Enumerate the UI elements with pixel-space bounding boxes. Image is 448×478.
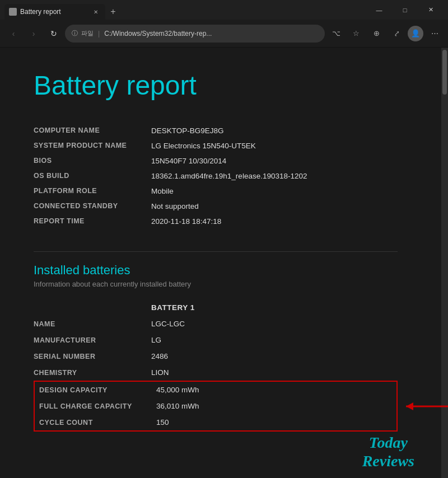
row-label: CONNECTED STANDBY: [34, 199, 151, 214]
battery-column-header-row: BATTERY 1: [34, 299, 398, 316]
titlebar: Battery report ✕ + — □ ✕: [0, 0, 448, 20]
new-tab-button[interactable]: +: [105, 4, 121, 20]
url-text: C:/Windows/System32/battery-rep...: [104, 30, 212, 38]
forward-button[interactable]: ›: [25, 25, 43, 43]
settings-button[interactable]: ⋯: [426, 25, 444, 43]
page-content: Battery report COMPUTER NAMEDESKTOP-BG9E…: [0, 48, 448, 478]
table-row: PLATFORM ROLEMobile: [34, 184, 398, 199]
row-value: Not supported: [151, 199, 398, 214]
table-row: CONNECTED STANDBYNot supported: [34, 199, 398, 214]
divider: [34, 251, 398, 252]
table-row: REPORT TIME2020-11-18 18:47:18: [34, 214, 398, 229]
installed-batteries-subtitle: Information about each currently install…: [34, 280, 398, 288]
row-value: 2020-11-18 18:47:18: [151, 214, 398, 229]
row-label: CYCLE COUNT: [34, 414, 152, 431]
close-button[interactable]: ✕: [418, 0, 444, 20]
table-row: BIOS15N540F7 10/30/2014: [34, 153, 398, 168]
row-label: SYSTEM PRODUCT NAME: [34, 138, 151, 153]
row-label: FULL CHARGE CAPACITY: [34, 398, 152, 414]
watermark-line2: Reviews: [362, 452, 414, 470]
row-label: NAME: [34, 316, 151, 332]
scrollbar-thumb[interactable]: [442, 50, 447, 95]
share-button[interactable]: ⤤: [388, 25, 405, 43]
table-row: SERIAL NUMBER2486: [34, 348, 398, 364]
highlighted-section-container: DESIGN CAPACITY45,000 mWhFULL CHARGE CAP…: [34, 381, 398, 432]
row-value: DESKTOP-BG9EJ8G: [151, 123, 398, 138]
tab-label: Battery report: [20, 8, 61, 16]
row-label: OS BUILD: [34, 168, 151, 184]
svg-marker-1: [406, 402, 413, 410]
protocol-label: 파일: [81, 29, 94, 38]
protocol-icon: ⓘ: [72, 29, 78, 38]
table-row: CHEMISTRYLION: [34, 364, 398, 381]
collections-button[interactable]: ⊕: [367, 25, 385, 43]
row-value: 45,000 mWh: [152, 381, 397, 398]
table-row: SYSTEM PRODUCT NAMELG Electronics 15N540…: [34, 138, 398, 153]
refresh-button[interactable]: ↻: [45, 25, 63, 43]
minimize-button[interactable]: —: [366, 0, 392, 20]
watermark: Today Reviews: [362, 433, 414, 471]
row-label: COMPUTER NAME: [34, 123, 151, 138]
maximize-button[interactable]: □: [392, 0, 418, 20]
battery-table: BATTERY 1 NAMELGC-LGCMANUFACTURERLGSERIA…: [34, 299, 398, 381]
table-row: NAMELGC-LGC: [34, 316, 398, 332]
table-row: FULL CHARGE CAPACITY36,010 mWh: [34, 398, 397, 414]
row-label: REPORT TIME: [34, 214, 151, 229]
tab-favicon-icon: [9, 8, 17, 16]
address-bar[interactable]: ⓘ 파일 | C:/Windows/System32/battery-rep..…: [65, 25, 325, 43]
row-value: 150: [152, 414, 397, 431]
row-value: LION: [151, 364, 398, 381]
row-value: LGC-LGC: [151, 316, 398, 332]
table-row: MANUFACTURERLG: [34, 332, 398, 348]
active-tab[interactable]: Battery report ✕: [4, 4, 105, 20]
browser-toolbar: ‹ › ↻ ⓘ 파일 | C:/Windows/System32/battery…: [0, 20, 448, 48]
row-label: BIOS: [34, 153, 151, 168]
extensions-button[interactable]: ⌥: [327, 25, 345, 43]
row-label: MANUFACTURER: [34, 332, 151, 348]
row-value: LG Electronics 15N540-UT5EK: [151, 138, 398, 153]
favorites-button[interactable]: ☆: [347, 25, 365, 43]
content-area: Battery report COMPUTER NAMEDESKTOP-BG9E…: [0, 48, 431, 478]
row-label: PLATFORM ROLE: [34, 184, 151, 199]
system-info-table: COMPUTER NAMEDESKTOP-BG9EJ8GSYSTEM PRODU…: [34, 123, 398, 229]
row-value: 15N540F7 10/30/2014: [151, 153, 398, 168]
back-button[interactable]: ‹: [4, 25, 22, 43]
installed-batteries-title: Installed batteries: [34, 263, 398, 278]
row-value: 36,010 mWh: [152, 398, 397, 414]
window-controls: — □ ✕: [366, 0, 444, 20]
red-arrow-icon: [403, 398, 448, 415]
row-label: SERIAL NUMBER: [34, 348, 151, 364]
table-row: OS BUILD18362.1.amd64fre.19h1_release.19…: [34, 168, 398, 184]
tab-close-button[interactable]: ✕: [91, 7, 101, 17]
tab-bar: Battery report ✕ +: [4, 0, 364, 20]
row-value: 18362.1.amd64fre.19h1_release.190318-120…: [151, 168, 398, 184]
profile-button[interactable]: 👤: [408, 26, 423, 41]
row-value: 2486: [151, 348, 398, 364]
table-row: COMPUTER NAMEDESKTOP-BG9EJ8G: [34, 123, 398, 138]
row-value: Mobile: [151, 184, 398, 199]
row-value: LG: [151, 332, 398, 348]
row-label: CHEMISTRY: [34, 364, 151, 381]
table-row: CYCLE COUNT150: [34, 414, 397, 431]
table-row: DESIGN CAPACITY45,000 mWh: [34, 381, 397, 398]
page-title: Battery report: [34, 70, 398, 101]
arrow-container: [403, 398, 448, 415]
row-label: DESIGN CAPACITY: [34, 381, 152, 398]
watermark-line1: Today: [369, 434, 408, 451]
watermark-spacer: Today Reviews: [34, 432, 398, 465]
battery-column-header: BATTERY 1: [151, 299, 398, 316]
highlighted-battery-table: DESIGN CAPACITY45,000 mWhFULL CHARGE CAP…: [34, 381, 398, 432]
